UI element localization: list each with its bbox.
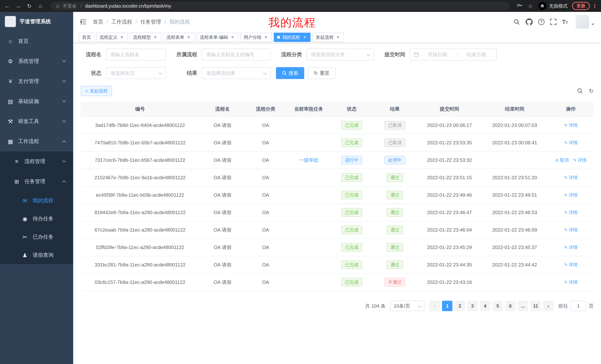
tab[interactable]: 流程表单 ×	[163, 33, 195, 42]
help-icon[interactable]: ?	[538, 19, 545, 25]
cell-task	[286, 239, 332, 256]
cell-name: OA 请假	[200, 134, 246, 151]
page-button[interactable]: 6	[505, 301, 516, 311]
action-link[interactable]: ✎详情	[564, 210, 578, 215]
close-icon[interactable]: ×	[230, 35, 235, 40]
task-icon: ⊞	[13, 178, 20, 185]
fullscreen-icon[interactable]	[550, 19, 556, 25]
font-size-icon[interactable]: T T	[562, 19, 568, 25]
browser-menu-icon[interactable]: ⋮	[592, 3, 597, 9]
toolbar: + 发起流程 ↻	[80, 86, 594, 96]
prev-page-button[interactable]: ‹	[429, 301, 440, 311]
tab[interactable]: 发起流程 ×	[312, 33, 344, 42]
forward-icon[interactable]: →	[15, 3, 21, 9]
tab[interactable]: 流程定义 ×	[96, 33, 128, 42]
sidebar-menu-item[interactable]: ✉ 我的流程	[0, 192, 73, 210]
update-chip[interactable]: 更新 ⋮	[572, 2, 597, 10]
sidebar-menu-item[interactable]: ⌂ 首页	[0, 31, 73, 51]
sidebar-menu-item[interactable]: ⚙ 系统管理	[0, 51, 73, 71]
key-icon[interactable]	[517, 2, 523, 10]
cell-category: OA	[246, 273, 286, 291]
create-process-button[interactable]: + 发起流程	[80, 86, 112, 96]
status-badge: 已完成	[341, 278, 362, 287]
action-link[interactable]: ✎详情	[564, 123, 578, 128]
action-link[interactable]: ⊘取消	[555, 157, 569, 163]
action-link[interactable]: ✎详情	[564, 192, 578, 197]
cell-id: 67c2eaab-7b9a-11ec-a290-acde48001122	[80, 221, 200, 239]
reload-icon[interactable]: ↻	[26, 3, 33, 9]
action-link[interactable]: ✎详情	[573, 157, 587, 163]
address-bar[interactable]: ⚠ 不安全 | dashboard.yudao.iocoder.cn/bpm/t…	[50, 1, 510, 10]
sidebar-menu-item[interactable]: ▤ 基础设施	[0, 91, 73, 111]
date-range-picker[interactable]: 开始日期 - 结束日期	[410, 49, 497, 60]
close-icon[interactable]: ×	[119, 35, 124, 40]
page-size-select[interactable]: 10条/页	[390, 301, 425, 311]
breadcrumb-home[interactable]: 首页	[93, 18, 103, 25]
page-button[interactable]: 4	[480, 301, 490, 311]
tab[interactable]: 我的流程 ×	[274, 33, 311, 42]
sidebar-menu-item[interactable]: ◉ 待办任务	[0, 210, 73, 228]
cell-actions: ⊘取消✎详情	[548, 151, 594, 169]
breadcrumb-workflow[interactable]: 工作流程	[111, 18, 132, 25]
column-header: 操作	[548, 102, 594, 116]
close-icon[interactable]: ×	[302, 35, 307, 40]
page-button[interactable]: 1	[442, 301, 452, 311]
result-select[interactable]: 请选择流结果	[202, 67, 271, 79]
result-badge: 不通过	[384, 278, 405, 287]
process-input[interactable]	[202, 49, 271, 60]
action-link[interactable]: ✎详情	[564, 262, 578, 267]
action-link[interactable]: ✎详情	[564, 175, 578, 180]
tool-icon: ⚒	[7, 118, 14, 125]
close-icon[interactable]: ×	[153, 35, 158, 40]
sidebar-menu-item[interactable]: ♟ 请假查询	[0, 246, 73, 264]
close-icon[interactable]: ×	[335, 35, 341, 40]
page-button[interactable]: 11	[531, 301, 541, 311]
page-button[interactable]: 5	[492, 301, 503, 311]
tab[interactable]: 用户分组 ×	[240, 33, 272, 42]
status-select[interactable]: 请选择状态	[106, 67, 166, 79]
page-button[interactable]: 2	[455, 301, 465, 311]
name-input[interactable]	[106, 49, 166, 60]
cell-end-time: 2022-01-23 00:08:41	[481, 134, 548, 151]
cell-name: OA 请假	[200, 151, 246, 169]
edit-icon: ✎	[564, 228, 568, 232]
browser-home-icon[interactable]: ⌂	[37, 3, 44, 9]
bookmark-star-icon[interactable]: ☆	[527, 3, 534, 9]
logo[interactable]: 芋道管理系统	[0, 12, 73, 31]
close-icon[interactable]: ×	[186, 35, 191, 40]
user-menu[interactable]	[576, 15, 594, 29]
table-refresh-icon[interactable]: ↻	[589, 88, 594, 94]
task-link[interactable]: 一级审批	[299, 157, 318, 163]
action-link[interactable]: ✎详情	[564, 280, 578, 285]
cell-name: OA 请假	[200, 169, 246, 186]
page-button[interactable]: ...	[518, 301, 528, 311]
cell-category: OA	[246, 116, 286, 134]
sidebar-menu-item[interactable]: ✂ 已办任务	[0, 228, 73, 246]
incognito-chip[interactable]: 无痕模式	[538, 2, 568, 10]
next-page-button[interactable]: ›	[543, 301, 553, 311]
sidebar-menu-item[interactable]: ≡ 流程管理	[0, 151, 73, 172]
back-icon[interactable]: ←	[4, 3, 10, 9]
sidebar-menu-item[interactable]: ¥ 支付管理	[0, 71, 73, 91]
github-icon[interactable]	[526, 18, 533, 25]
page-button[interactable]: 3	[467, 301, 478, 311]
action-link[interactable]: ✎详情	[564, 227, 578, 232]
tab[interactable]: 流程表单-编辑 ×	[197, 33, 239, 42]
sidebar-menu-item[interactable]: ▦ 工作流程	[0, 131, 73, 151]
category-select[interactable]: 请选择流程分类	[306, 49, 374, 60]
close-icon[interactable]: ×	[263, 35, 269, 40]
search-icon[interactable]	[513, 19, 520, 25]
tab[interactable]: 流程模型 ×	[130, 33, 161, 42]
reset-button[interactable]: ↻ 重置	[308, 67, 335, 79]
hamburger-icon[interactable]	[80, 19, 87, 25]
sidebar-menu-item[interactable]: ⚒ 研发工具	[0, 111, 73, 131]
search-button[interactable]: 搜索	[276, 67, 304, 79]
breadcrumb-task[interactable]: 任务管理	[140, 18, 161, 25]
sidebar-menu-item[interactable]: ⊞ 任务管理	[0, 172, 73, 192]
page-jump-input[interactable]	[571, 301, 586, 311]
action-link[interactable]: ✎详情	[564, 245, 578, 250]
cell-status: 已完成	[332, 186, 372, 204]
tab[interactable]: 首页	[79, 33, 94, 42]
search-toggle-icon[interactable]	[577, 88, 583, 94]
action-link[interactable]: ✎详情	[564, 140, 578, 145]
